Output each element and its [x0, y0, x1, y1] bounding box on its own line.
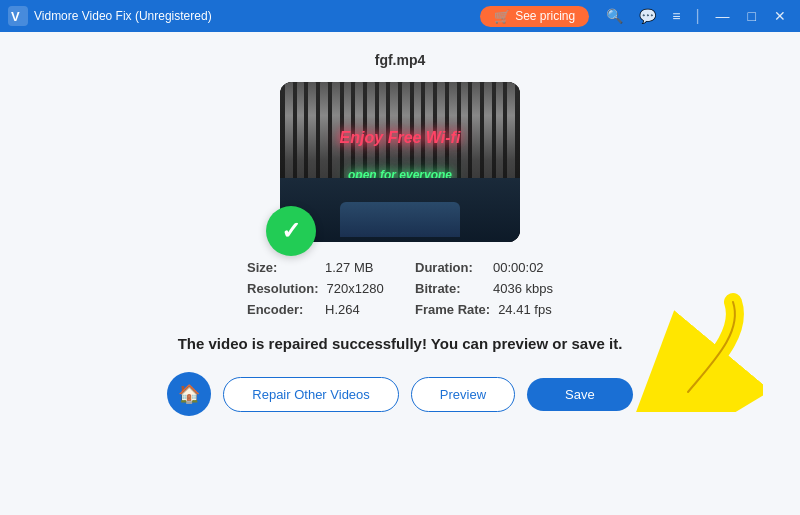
success-check-badge: ✓ [266, 206, 316, 256]
arrow-annotation [633, 292, 763, 412]
home-icon: 🏠 [178, 383, 200, 405]
resolution-row: Resolution: 720x1280 [247, 281, 385, 296]
duration-row: Duration: 00:00:02 [415, 260, 553, 275]
preview-button[interactable]: Preview [411, 377, 515, 412]
success-message: The video is repaired successfully! You … [178, 335, 623, 352]
size-label: Size: [247, 260, 317, 275]
cart-icon: 🛒 [494, 9, 510, 24]
resolution-label: Resolution: [247, 281, 319, 296]
repair-others-button[interactable]: Repair Other Videos [223, 377, 399, 412]
framerate-label: Frame Rate: [415, 302, 490, 317]
pricing-label: See pricing [515, 9, 575, 23]
duration-value: 00:00:02 [493, 260, 544, 275]
video-container: Enjoy Free Wi-fi open for everyone ✓ [280, 82, 520, 242]
framerate-value: 24.41 fps [498, 302, 552, 317]
size-row: Size: 1.27 MB [247, 260, 385, 275]
svg-text:V: V [11, 9, 20, 24]
close-button[interactable]: ✕ [768, 6, 792, 26]
size-value: 1.27 MB [325, 260, 373, 275]
bitrate-row: Bitrate: 4036 kbps [415, 281, 553, 296]
main-content: fgf.mp4 [0, 32, 800, 515]
resolution-value: 720x1280 [327, 281, 384, 296]
home-button[interactable]: 🏠 [167, 372, 211, 416]
see-pricing-button[interactable]: 🛒 See pricing [480, 6, 589, 27]
neon-text-1: Enjoy Free Wi-fi [340, 129, 461, 147]
encoder-label: Encoder: [247, 302, 317, 317]
title-bar: V Vidmore Video Fix (Unregistered) 🛒 See… [0, 0, 800, 32]
encoder-row: Encoder: H.264 [247, 302, 385, 317]
save-button[interactable]: Save [527, 378, 633, 411]
framerate-row: Frame Rate: 24.41 fps [415, 302, 553, 317]
title-controls: 🔍 💬 ≡ | — □ ✕ [601, 6, 792, 26]
bitrate-value: 4036 kbps [493, 281, 553, 296]
file-info: Size: 1.27 MB Duration: 00:00:02 Resolut… [247, 260, 553, 317]
message-icon[interactable]: 💬 [634, 6, 661, 26]
action-buttons: 🏠 Repair Other Videos Preview Save [167, 372, 632, 416]
app-logo: V [8, 6, 28, 26]
file-name: fgf.mp4 [375, 52, 426, 68]
encoder-value: H.264 [325, 302, 360, 317]
minimize-button[interactable]: — [710, 6, 736, 26]
maximize-button[interactable]: □ [742, 6, 762, 26]
menu-icon[interactable]: ≡ [667, 6, 685, 26]
video-scene: Enjoy Free Wi-fi open for everyone [280, 82, 520, 242]
duration-label: Duration: [415, 260, 485, 275]
search-icon[interactable]: 🔍 [601, 6, 628, 26]
bitrate-label: Bitrate: [415, 281, 485, 296]
app-title: Vidmore Video Fix (Unregistered) [34, 9, 480, 23]
video-thumbnail: Enjoy Free Wi-fi open for everyone [280, 82, 520, 242]
